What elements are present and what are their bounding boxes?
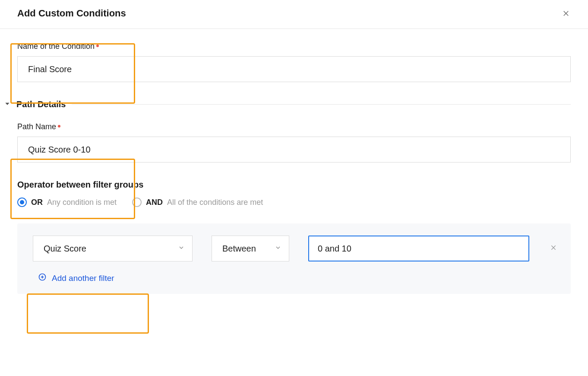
filter-field-select-wrap [33, 236, 193, 261]
radio-or-desc: Any condition is met [47, 198, 117, 207]
operator-group-title: Operator between filter groups [17, 180, 571, 190]
radio-and[interactable]: AND All of the conditions are met [132, 198, 263, 207]
required-dot-icon [58, 125, 60, 127]
path-details-title: Path Details [16, 99, 66, 109]
condition-name-label: Name of the Condition [17, 42, 571, 51]
add-another-filter-label: Add another filter [52, 274, 114, 283]
remove-filter-icon[interactable] [548, 242, 559, 255]
caret-down-icon[interactable] [4, 101, 10, 108]
svg-marker-2 [5, 102, 9, 105]
path-name-label: Path Name [17, 122, 571, 131]
plus-circle-icon [38, 273, 47, 284]
path-name-group: Path Name [17, 122, 571, 163]
required-dot-icon [96, 45, 99, 47]
filter-operator-select[interactable] [212, 236, 289, 261]
modal-title: Add Custom Conditions [17, 8, 126, 19]
condition-name-input[interactable] [17, 56, 571, 82]
radio-and-desc: All of the conditions are met [167, 198, 263, 207]
radio-or[interactable]: OR Any condition is met [17, 198, 117, 207]
path-details-section-header: Path Details [4, 99, 571, 109]
filter-field-select[interactable] [33, 236, 193, 261]
path-name-label-text: Path Name [17, 122, 56, 131]
condition-name-label-text: Name of the Condition [17, 42, 95, 51]
radio-or-label: OR [31, 198, 43, 207]
operator-radio-row: OR Any condition is met AND All of the c… [17, 198, 571, 207]
radio-icon [132, 198, 142, 207]
filter-value-input[interactable] [308, 236, 529, 261]
condition-name-group: Name of the Condition [17, 42, 571, 82]
section-divider [72, 104, 571, 105]
highlight-box-filter-field [27, 293, 149, 334]
radio-icon [17, 198, 27, 207]
filter-panel: Add another filter [17, 223, 571, 294]
path-name-input[interactable] [17, 137, 571, 163]
filter-row [33, 236, 559, 261]
close-icon[interactable] [561, 9, 571, 18]
filter-operator-select-wrap [212, 236, 289, 261]
radio-and-label: AND [146, 198, 163, 207]
add-another-filter[interactable]: Add another filter [38, 273, 559, 284]
